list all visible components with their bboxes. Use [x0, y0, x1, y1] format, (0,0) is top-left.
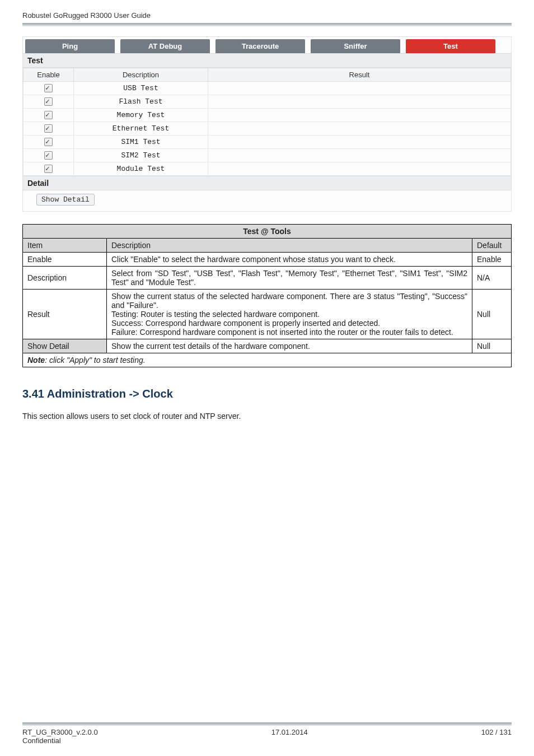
table-row: Flash Test: [24, 95, 511, 109]
footer-confidential: Confidential: [22, 736, 61, 745]
table-row: Ethernet Test: [24, 122, 511, 136]
note-prefix: Note: [27, 356, 45, 365]
show-detail-button[interactable]: Show Detail: [36, 194, 95, 206]
table-row: Description Select from "SD Test", "USB …: [23, 267, 512, 290]
tab-ping[interactable]: Ping: [25, 39, 115, 53]
desc-text: Show the current test details of the har…: [107, 339, 472, 353]
detail-area: Show Detail: [23, 190, 511, 211]
row-result: [208, 136, 511, 149]
col-header-enable: Enable: [24, 68, 74, 82]
tab-sniffer[interactable]: Sniffer: [311, 39, 400, 53]
row-desc: SIM1 Test: [74, 136, 208, 149]
desc-header-row: Item Description Default: [23, 239, 512, 253]
enable-checkbox[interactable]: [44, 111, 53, 119]
desc-default: Enable: [472, 253, 512, 267]
row-desc: Flash Test: [74, 95, 208, 109]
row-desc: Ethernet Test: [74, 122, 208, 136]
footer-doc-id: RT_UG_R3000_v.2.0.0: [22, 728, 98, 736]
test-grid: Enable Description Result USB Test Flash…: [23, 68, 511, 176]
row-desc: Memory Test: [74, 109, 208, 122]
row-desc: Module Test: [74, 162, 208, 176]
desc-item: Description: [23, 267, 107, 290]
desc-title-row: Test @ Tools: [23, 225, 512, 239]
desc-default: Null: [472, 290, 512, 339]
desc-text: Select from "SD Test", "USB Test", "Flas…: [107, 267, 472, 290]
note-rest: : click "Apply" to start testing.: [45, 356, 146, 365]
footer-page: 102 / 131: [481, 728, 512, 745]
section-heading: 3.41 Administration -> Clock: [22, 388, 512, 400]
enable-checkbox[interactable]: [44, 124, 53, 133]
table-row: Show Detail Show the current test detail…: [23, 339, 512, 353]
enable-checkbox[interactable]: [44, 97, 53, 106]
desc-header-item: Item: [23, 239, 107, 253]
desc-item: Result: [23, 290, 107, 339]
desc-text: Show the current status of the selected …: [107, 290, 472, 339]
desc-item: Enable: [23, 253, 107, 267]
desc-item: Show Detail: [23, 339, 107, 353]
table-row: USB Test: [24, 82, 511, 95]
enable-checkbox[interactable]: [44, 165, 53, 173]
desc-header-default: Default: [472, 239, 512, 253]
table-row: Module Test: [24, 162, 511, 176]
row-result: [208, 149, 511, 162]
row-result: [208, 95, 511, 109]
header-rule: [22, 23, 512, 26]
row-desc: USB Test: [74, 82, 208, 95]
doc-header: Robustel GoRugged R3000 User Guide: [22, 11, 512, 22]
table-row: Result Show the current status of the se…: [23, 290, 512, 339]
footer-rule: [22, 722, 512, 726]
row-result: [208, 109, 511, 122]
test-grid-header-row: Enable Description Result: [24, 68, 511, 82]
footer-left: RT_UG_R3000_v.2.0.0 Confidential: [22, 728, 98, 745]
desc-default: N/A: [472, 267, 512, 290]
tab-at-debug[interactable]: AT Debug: [120, 39, 210, 53]
col-header-description: Description: [74, 68, 208, 82]
table-row: SIM1 Test: [24, 136, 511, 149]
tabs-row: Ping AT Debug Traceroute Sniffer Test: [23, 37, 511, 53]
desc-title: Test @ Tools: [23, 225, 512, 239]
desc-header-description: Description: [107, 239, 472, 253]
description-table: Test @ Tools Item Description Default En…: [22, 224, 512, 367]
table-row: Memory Test: [24, 109, 511, 122]
desc-default: Null: [472, 339, 512, 353]
row-result: [208, 162, 511, 176]
enable-checkbox[interactable]: [44, 151, 53, 160]
body-text: This section allows users to set clock o…: [22, 412, 512, 421]
section-bar-detail: Detail: [23, 176, 511, 190]
tab-test[interactable]: Test: [406, 39, 495, 53]
row-result: [208, 82, 511, 95]
enable-checkbox[interactable]: [44, 84, 53, 92]
desc-note-row: Note: click "Apply" to start testing.: [23, 353, 512, 367]
desc-note: Note: click "Apply" to start testing.: [23, 353, 512, 367]
table-row: Enable Click "Enable" to select the hard…: [23, 253, 512, 267]
col-header-result: Result: [208, 68, 511, 82]
footer: RT_UG_R3000_v.2.0.0 Confidential 17.01.2…: [22, 728, 512, 745]
table-row: SIM2 Test: [24, 149, 511, 162]
footer-date: 17.01.2014: [98, 728, 481, 745]
tab-traceroute[interactable]: Traceroute: [216, 39, 305, 53]
row-desc: SIM2 Test: [74, 149, 208, 162]
tools-test-screenshot: Ping AT Debug Traceroute Sniffer Test Te…: [22, 36, 512, 212]
enable-checkbox[interactable]: [44, 138, 53, 146]
section-bar-test: Test: [23, 53, 511, 68]
desc-text: Click "Enable" to select the hardware co…: [107, 253, 472, 267]
row-result: [208, 122, 511, 136]
